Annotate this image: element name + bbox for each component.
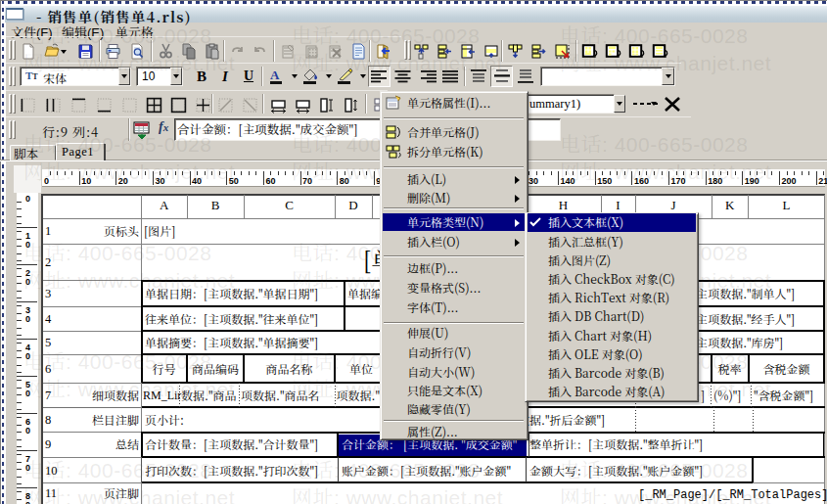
svg-text:A: A (270, 68, 280, 82)
